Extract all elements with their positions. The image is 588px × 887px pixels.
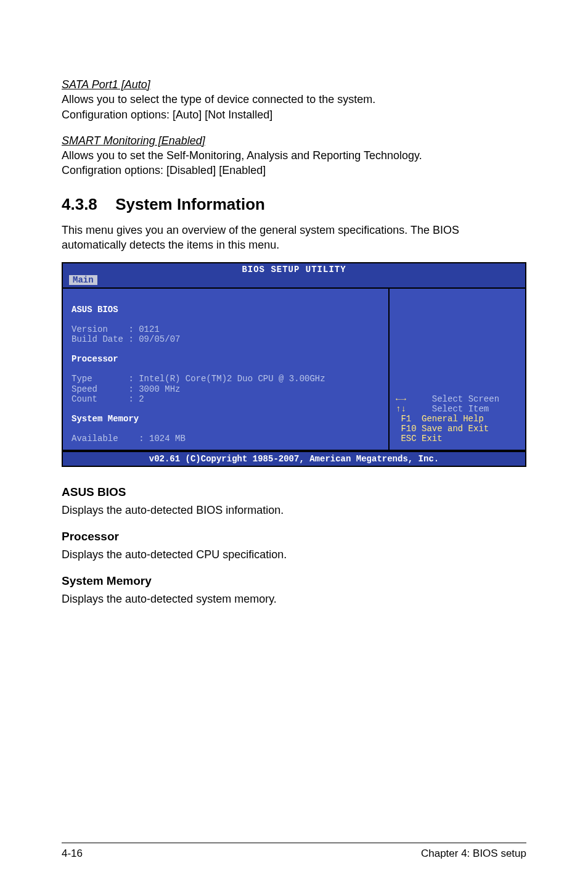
page-number: 4-16 [62,847,83,861]
smart-block: SMART Monitoring [Enabled] Allows you to… [62,133,526,178]
section-number: 4.3.8 [62,194,111,215]
arrows-up-down-icon [396,404,406,414]
bios-cpu-type: Type : Intel(R) Core(TM)2 Duo CPU @ 3.00… [71,374,325,384]
bios-help-item: Select Item [406,404,489,414]
sata-heading: SATA Port1 [Auto] [62,77,526,92]
section-heading: 4.3.8 System Information [62,194,526,215]
sata-line1: Allows you to select the type of device … [62,92,526,107]
bios-help-f10: F10 Save and Exit [396,424,489,434]
smart-line1: Allows you to set the Self-Monitoring, A… [62,148,526,163]
bios-mem-available: Available : 1024 MB [71,434,186,444]
bios-processor-h: Processor [71,354,118,364]
bios-left-pane: ASUS BIOS Version : 0121 Build Date : 09… [63,289,390,451]
section-title-text: System Information [115,195,265,213]
bios-footer: v02.61 (C)Copyright 1985-2007, American … [63,451,525,466]
chapter-label: Chapter 4: BIOS setup [421,847,526,861]
bios-version: Version : 0121 [71,324,160,334]
bios-cpu-speed: Speed : 3000 MHz [71,384,180,394]
bios-help-screen: Select Screen [406,394,499,404]
asus-bios-desc: Displays the auto-detected BIOS informat… [62,503,526,518]
bios-tab-row: Main [63,275,525,285]
system-memory-heading: System Memory [62,573,526,589]
bios-right-pane: Select Screen Select Item F1 General Hel… [390,289,525,451]
bios-body: ASUS BIOS Version : 0121 Build Date : 09… [63,287,525,451]
bios-asus-bios: ASUS BIOS [71,305,118,315]
bios-title: BIOS SETUP UTILITY [63,265,525,274]
section-intro: This menu gives you an overview of the g… [62,223,526,253]
processor-desc: Displays the auto-detected CPU specifica… [62,547,526,562]
bios-build-date: Build Date : 09/05/07 [71,334,180,344]
bios-help-esc: ESC Exit [396,434,443,444]
asus-bios-heading: ASUS BIOS [62,484,526,500]
sata-line2: Configuration options: [Auto] [Not Insta… [62,107,526,122]
processor-heading: Processor [62,529,526,545]
bios-screenshot: BIOS SETUP UTILITY Main ASUS BIOS Versio… [62,262,526,467]
bios-help-block: Select Screen Select Item F1 General Hel… [396,384,499,444]
sata-block: SATA Port1 [Auto] Allows you to select t… [62,77,526,122]
bios-header: BIOS SETUP UTILITY Main [63,263,525,287]
smart-heading: SMART Monitoring [Enabled] [62,133,526,148]
bios-cpu-count: Count : 2 [71,394,144,404]
system-memory-desc: Displays the auto-detected system memory… [62,592,526,606]
bios-tab-main: Main [69,275,97,285]
smart-line2: Configration options: [Disabled] [Enable… [62,163,526,178]
bios-help-f1: F1 General Help [396,414,484,424]
bios-sysmem-h: System Memory [71,414,139,424]
page-footer: 4-16 Chapter 4: BIOS setup [62,843,526,861]
arrows-left-right-icon [396,394,406,404]
